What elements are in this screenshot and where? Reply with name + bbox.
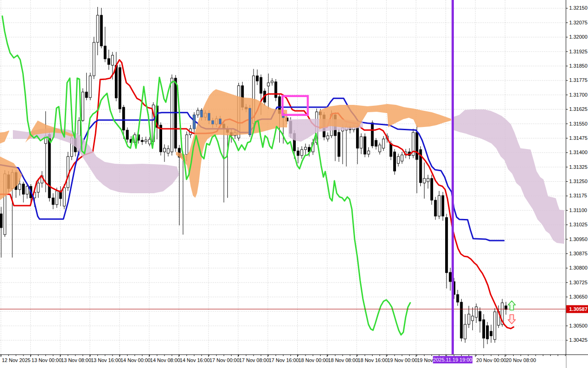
svg-text:1.31700: 1.31700 xyxy=(569,92,588,98)
svg-text:17 Nov 08:00: 17 Nov 08:00 xyxy=(239,357,269,363)
svg-text:17 Nov 00:00: 17 Nov 00:00 xyxy=(209,357,239,363)
arrow-up-icon[interactable] xyxy=(508,301,515,310)
trading-chart-window: 1.321501.320751.320001.319251.318501.317… xyxy=(0,0,588,368)
svg-text:17 Nov 16:00: 17 Nov 16:00 xyxy=(269,357,299,363)
svg-text:20 Nov 00:00: 20 Nov 00:00 xyxy=(476,357,506,363)
svg-text:1.31475: 1.31475 xyxy=(569,135,588,141)
time-axis[interactable]: 12 Nov 202513 Nov 00:0013 Nov 08:0013 No… xyxy=(0,355,588,368)
chikou-span-line xyxy=(2,16,410,335)
svg-text:1.30500: 1.30500 xyxy=(569,323,588,328)
arrow-down-icon[interactable] xyxy=(508,315,515,324)
svg-text:12 Nov 2025: 12 Nov 2025 xyxy=(2,357,30,363)
svg-text:13 Nov 08:00: 13 Nov 08:00 xyxy=(61,357,91,363)
svg-text:1.30950: 1.30950 xyxy=(569,236,588,242)
svg-text:20 Nov 08:00: 20 Nov 08:00 xyxy=(506,357,536,363)
svg-text:1.32000: 1.32000 xyxy=(569,34,588,40)
svg-text:13 Nov 16:00: 13 Nov 16:00 xyxy=(91,357,121,363)
svg-text:1.31175: 1.31175 xyxy=(569,193,587,198)
svg-text:1.32150: 1.32150 xyxy=(569,5,588,11)
svg-text:1.31400: 1.31400 xyxy=(569,150,588,155)
svg-text:1.31025: 1.31025 xyxy=(569,222,588,227)
svg-text:1.30800: 1.30800 xyxy=(569,265,588,270)
price-chart-canvas[interactable]: 1.321501.320751.320001.319251.318501.317… xyxy=(0,0,588,368)
svg-text:18 Nov 16:00: 18 Nov 16:00 xyxy=(358,357,388,363)
svg-text:1.31250: 1.31250 xyxy=(569,178,588,184)
svg-text:14 Nov 00:00: 14 Nov 00:00 xyxy=(120,357,150,363)
svg-text:19 Nov 00:00: 19 Nov 00:00 xyxy=(387,357,417,363)
svg-text:1.31325: 1.31325 xyxy=(569,164,588,170)
bid-price-tag-label: 1.30587 xyxy=(569,306,588,312)
svg-text:1.31550: 1.31550 xyxy=(569,121,588,126)
svg-text:1.31625: 1.31625 xyxy=(569,106,588,112)
svg-text:1.31925: 1.31925 xyxy=(569,49,588,54)
svg-text:18 Nov 08:00: 18 Nov 08:00 xyxy=(328,357,358,363)
svg-text:13 Nov 00:00: 13 Nov 00:00 xyxy=(32,357,62,363)
svg-text:1.31775: 1.31775 xyxy=(569,77,588,83)
svg-text:14 Nov 08:00: 14 Nov 08:00 xyxy=(150,357,180,363)
svg-text:1.31100: 1.31100 xyxy=(569,207,587,213)
svg-text:1.30425: 1.30425 xyxy=(569,337,588,343)
cursor-time-tag-label: 2025.11.19 19:00 xyxy=(433,357,472,362)
svg-text:1.31850: 1.31850 xyxy=(569,63,588,69)
svg-text:1.30725: 1.30725 xyxy=(569,280,588,285)
svg-text:1.30875: 1.30875 xyxy=(569,251,588,256)
svg-text:1.32075: 1.32075 xyxy=(569,20,588,25)
svg-text:1.30650: 1.30650 xyxy=(569,294,588,299)
svg-text:14 Nov 16:00: 14 Nov 16:00 xyxy=(180,357,209,363)
svg-text:18 Nov 00:00: 18 Nov 00:00 xyxy=(299,357,328,363)
grid-lines xyxy=(0,0,565,354)
